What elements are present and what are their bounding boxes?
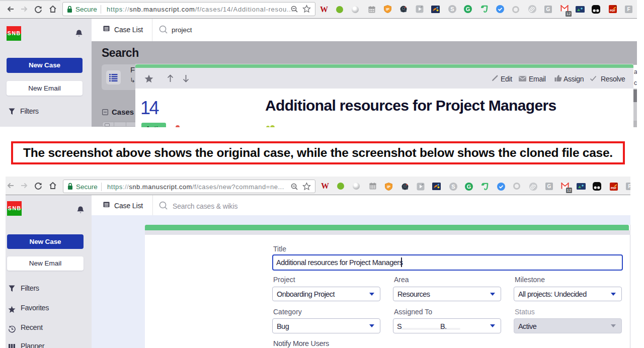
svg-text:PDF: PDF xyxy=(610,9,616,12)
svg-text:IP: IP xyxy=(386,8,389,11)
svg-text:PDF: PDF xyxy=(611,187,617,190)
svg-text:IP: IP xyxy=(387,185,390,189)
